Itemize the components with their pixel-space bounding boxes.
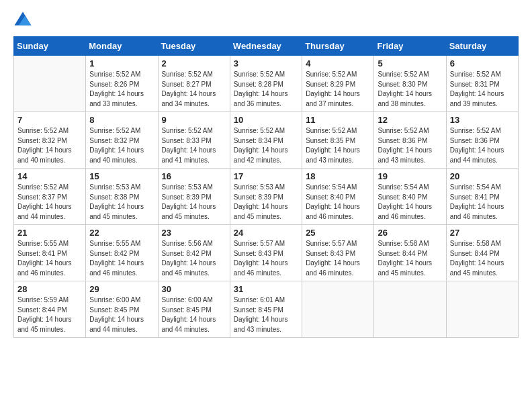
- page: SundayMondayTuesdayWednesdayThursdayFrid…: [0, 0, 532, 411]
- day-cell: 10Sunrise: 5:52 AM Sunset: 8:34 PM Dayli…: [230, 112, 302, 169]
- day-detail: Sunrise: 5:52 AM Sunset: 8:37 PM Dayligh…: [17, 183, 82, 222]
- day-detail: Sunrise: 6:00 AM Sunset: 8:45 PM Dayligh…: [89, 295, 154, 334]
- day-cell: 12Sunrise: 5:52 AM Sunset: 8:36 PM Dayli…: [374, 112, 446, 169]
- day-cell: 25Sunrise: 5:57 AM Sunset: 8:43 PM Dayli…: [302, 225, 374, 281]
- day-detail: Sunrise: 5:58 AM Sunset: 8:44 PM Dayligh…: [378, 239, 442, 278]
- day-detail: Sunrise: 5:52 AM Sunset: 8:28 PM Dayligh…: [234, 70, 298, 109]
- day-cell: 7Sunrise: 5:52 AM Sunset: 8:32 PM Daylig…: [14, 112, 86, 169]
- day-number: 15: [89, 171, 154, 181]
- calendar-table: SundayMondayTuesdayWednesdayThursdayFrid…: [13, 36, 519, 338]
- day-number: 31: [234, 284, 298, 294]
- day-detail: Sunrise: 5:52 AM Sunset: 8:33 PM Dayligh…: [162, 126, 226, 165]
- day-detail: Sunrise: 5:54 AM Sunset: 8:40 PM Dayligh…: [306, 183, 370, 222]
- day-number: 29: [89, 284, 154, 294]
- week-row-5: 28Sunrise: 5:59 AM Sunset: 8:44 PM Dayli…: [14, 281, 519, 338]
- day-cell: 6Sunrise: 5:52 AM Sunset: 8:31 PM Daylig…: [446, 56, 518, 112]
- day-cell: [374, 281, 446, 338]
- day-detail: Sunrise: 5:52 AM Sunset: 8:36 PM Dayligh…: [378, 126, 442, 165]
- day-detail: Sunrise: 5:52 AM Sunset: 8:34 PM Dayligh…: [234, 126, 298, 165]
- day-detail: Sunrise: 5:52 AM Sunset: 8:29 PM Dayligh…: [306, 70, 370, 109]
- day-number: 8: [89, 115, 154, 125]
- day-cell: 14Sunrise: 5:52 AM Sunset: 8:37 PM Dayli…: [14, 169, 86, 225]
- day-number: 19: [378, 171, 442, 181]
- day-number: 4: [306, 58, 370, 68]
- weekday-header-saturday: Saturday: [446, 37, 518, 56]
- day-detail: Sunrise: 5:52 AM Sunset: 8:35 PM Dayligh…: [306, 126, 370, 165]
- day-cell: 20Sunrise: 5:54 AM Sunset: 8:41 PM Dayli…: [446, 169, 518, 225]
- day-cell: 15Sunrise: 5:53 AM Sunset: 8:38 PM Dayli…: [86, 169, 158, 225]
- day-number: 18: [306, 171, 370, 181]
- day-number: 16: [162, 171, 226, 181]
- day-detail: Sunrise: 5:54 AM Sunset: 8:41 PM Dayligh…: [450, 183, 515, 222]
- weekday-header-row: SundayMondayTuesdayWednesdayThursdayFrid…: [14, 37, 519, 56]
- day-cell: 30Sunrise: 6:00 AM Sunset: 8:45 PM Dayli…: [158, 281, 230, 338]
- day-detail: Sunrise: 5:55 AM Sunset: 8:41 PM Dayligh…: [17, 239, 82, 278]
- day-cell: 4Sunrise: 5:52 AM Sunset: 8:29 PM Daylig…: [302, 56, 374, 112]
- day-cell: 1Sunrise: 5:52 AM Sunset: 8:26 PM Daylig…: [86, 56, 158, 112]
- day-number: 28: [17, 284, 82, 294]
- header: [13, 11, 519, 30]
- day-detail: Sunrise: 5:52 AM Sunset: 8:30 PM Dayligh…: [378, 70, 442, 109]
- day-detail: Sunrise: 5:57 AM Sunset: 8:43 PM Dayligh…: [306, 239, 370, 278]
- day-number: 9: [162, 115, 226, 125]
- day-cell: 8Sunrise: 5:52 AM Sunset: 8:32 PM Daylig…: [86, 112, 158, 169]
- day-detail: Sunrise: 5:52 AM Sunset: 8:26 PM Dayligh…: [89, 70, 154, 109]
- day-cell: 21Sunrise: 5:55 AM Sunset: 8:41 PM Dayli…: [14, 225, 86, 281]
- day-cell: 24Sunrise: 5:57 AM Sunset: 8:43 PM Dayli…: [230, 225, 302, 281]
- day-cell: [14, 56, 86, 112]
- day-number: 2: [162, 58, 226, 68]
- day-cell: 19Sunrise: 5:54 AM Sunset: 8:40 PM Dayli…: [374, 169, 446, 225]
- day-number: 6: [450, 58, 515, 68]
- week-row-3: 14Sunrise: 5:52 AM Sunset: 8:37 PM Dayli…: [14, 169, 519, 225]
- week-row-4: 21Sunrise: 5:55 AM Sunset: 8:41 PM Dayli…: [14, 225, 519, 281]
- day-cell: 22Sunrise: 5:55 AM Sunset: 8:42 PM Dayli…: [86, 225, 158, 281]
- day-detail: Sunrise: 5:52 AM Sunset: 8:32 PM Dayligh…: [89, 126, 154, 165]
- day-number: 14: [17, 171, 82, 181]
- week-row-1: 1Sunrise: 5:52 AM Sunset: 8:26 PM Daylig…: [14, 56, 519, 112]
- day-detail: Sunrise: 5:57 AM Sunset: 8:43 PM Dayligh…: [234, 239, 298, 278]
- day-number: 3: [234, 58, 298, 68]
- day-number: 12: [378, 115, 442, 125]
- day-detail: Sunrise: 6:01 AM Sunset: 8:45 PM Dayligh…: [234, 295, 298, 334]
- day-number: 11: [306, 115, 370, 125]
- day-cell: [302, 281, 374, 338]
- day-number: 17: [234, 171, 298, 181]
- day-cell: 18Sunrise: 5:54 AM Sunset: 8:40 PM Dayli…: [302, 169, 374, 225]
- day-cell: 31Sunrise: 6:01 AM Sunset: 8:45 PM Dayli…: [230, 281, 302, 338]
- day-cell: 27Sunrise: 5:58 AM Sunset: 8:44 PM Dayli…: [446, 225, 518, 281]
- day-cell: 29Sunrise: 6:00 AM Sunset: 8:45 PM Dayli…: [86, 281, 158, 338]
- day-detail: Sunrise: 5:53 AM Sunset: 8:38 PM Dayligh…: [89, 183, 154, 222]
- day-number: 24: [234, 228, 298, 238]
- day-cell: 13Sunrise: 5:52 AM Sunset: 8:36 PM Dayli…: [446, 112, 518, 169]
- day-detail: Sunrise: 5:54 AM Sunset: 8:40 PM Dayligh…: [378, 183, 442, 222]
- day-number: 23: [162, 228, 226, 238]
- weekday-header-tuesday: Tuesday: [158, 37, 230, 56]
- day-cell: [446, 281, 518, 338]
- day-cell: 28Sunrise: 5:59 AM Sunset: 8:44 PM Dayli…: [14, 281, 86, 338]
- day-number: 10: [234, 115, 298, 125]
- day-detail: Sunrise: 5:52 AM Sunset: 8:36 PM Dayligh…: [450, 126, 515, 165]
- day-detail: Sunrise: 5:53 AM Sunset: 8:39 PM Dayligh…: [162, 183, 226, 222]
- day-detail: Sunrise: 5:58 AM Sunset: 8:44 PM Dayligh…: [450, 239, 515, 278]
- week-row-2: 7Sunrise: 5:52 AM Sunset: 8:32 PM Daylig…: [14, 112, 519, 169]
- day-number: 27: [450, 228, 515, 238]
- day-detail: Sunrise: 5:55 AM Sunset: 8:42 PM Dayligh…: [89, 239, 154, 278]
- day-number: 5: [378, 58, 442, 68]
- day-detail: Sunrise: 5:53 AM Sunset: 8:39 PM Dayligh…: [234, 183, 298, 222]
- day-number: 25: [306, 228, 370, 238]
- day-number: 7: [17, 115, 82, 125]
- day-number: 1: [89, 58, 154, 68]
- day-cell: 26Sunrise: 5:58 AM Sunset: 8:44 PM Dayli…: [374, 225, 446, 281]
- day-number: 21: [17, 228, 82, 238]
- day-cell: 9Sunrise: 5:52 AM Sunset: 8:33 PM Daylig…: [158, 112, 230, 169]
- day-detail: Sunrise: 6:00 AM Sunset: 8:45 PM Dayligh…: [162, 295, 226, 334]
- day-cell: 2Sunrise: 5:52 AM Sunset: 8:27 PM Daylig…: [158, 56, 230, 112]
- day-detail: Sunrise: 5:52 AM Sunset: 8:31 PM Dayligh…: [450, 70, 515, 109]
- day-detail: Sunrise: 5:59 AM Sunset: 8:44 PM Dayligh…: [17, 295, 82, 334]
- day-cell: 16Sunrise: 5:53 AM Sunset: 8:39 PM Dayli…: [158, 169, 230, 225]
- day-cell: 23Sunrise: 5:56 AM Sunset: 8:42 PM Dayli…: [158, 225, 230, 281]
- day-cell: 3Sunrise: 5:52 AM Sunset: 8:28 PM Daylig…: [230, 56, 302, 112]
- day-cell: 11Sunrise: 5:52 AM Sunset: 8:35 PM Dayli…: [302, 112, 374, 169]
- day-cell: 5Sunrise: 5:52 AM Sunset: 8:30 PM Daylig…: [374, 56, 446, 112]
- day-number: 26: [378, 228, 442, 238]
